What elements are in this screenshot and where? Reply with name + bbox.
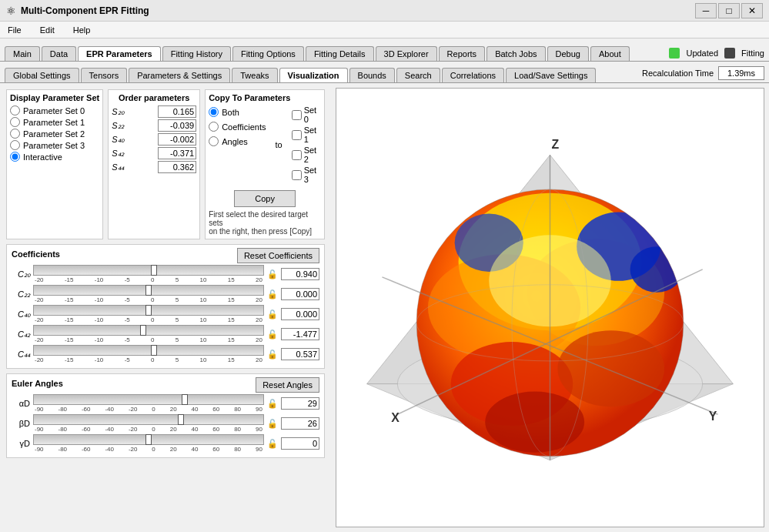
lock-alpha-icon[interactable]: 🔓 [267,399,278,409]
viz-svg: Z X Y [336,89,764,527]
radio-param-set-0[interactable]: Parameter Set 0 [10,105,99,115]
recalc-label: Recalculation Time [642,69,714,78]
order-s22-value[interactable] [158,119,196,132]
tab-fitting-options[interactable]: Fitting Options [232,46,304,61]
radio-param-set-3-label: Parameter Set 3 [23,141,85,150]
radio-interactive-input[interactable] [10,152,20,162]
copy-check-set3[interactable]: Set 3 [292,166,321,184]
euler-alpha-label: αD [12,399,30,408]
radio-param-set-3[interactable]: Parameter Set 3 [10,140,99,150]
euler-beta-value[interactable] [281,417,319,430]
reset-angles-button[interactable]: Reset Angles [256,377,319,393]
copy-radio-coefficients-input[interactable] [209,122,219,132]
copy-radio-both-input[interactable] [209,107,219,117]
copy-radio-both[interactable]: Both [209,107,266,117]
order-s44-value[interactable] [158,161,196,173]
close-button[interactable]: ✕ [741,3,763,18]
lock-beta-icon[interactable]: 🔓 [267,419,278,429]
order-s44-label: S₄₄ [112,162,129,172]
coeff-c44-slider[interactable] [33,345,264,356]
copy-check-set0-input[interactable] [292,110,302,120]
lock-c40-icon[interactable]: 🔓 [267,309,278,320]
copy-radio-angles[interactable]: Angles [209,136,266,146]
euler-beta-slider[interactable] [33,414,264,425]
menubar: File Edit Help [0,22,769,38]
tab-reports[interactable]: Reports [439,46,486,61]
tab-batch-jobs[interactable]: Batch Jobs [486,46,545,61]
copy-radio-coefficients[interactable]: Coefficients [209,122,266,132]
lock-gamma-icon[interactable]: 🔓 [267,439,278,449]
copy-check-set0[interactable]: Set 0 [292,105,321,124]
radio-param-set-3-input[interactable] [10,140,20,150]
coeff-c20-value[interactable] [281,268,319,280]
euler-alpha-value[interactable] [281,397,319,410]
coeff-c22-value[interactable] [281,288,319,300]
titlebar-controls[interactable]: ─ □ ✕ [695,3,763,18]
copy-btn-area: Copy [209,187,321,207]
euler-gamma-slider[interactable] [33,434,264,445]
maximize-button[interactable]: □ [718,3,740,18]
copy-check-set3-input[interactable] [292,170,302,180]
copy-check-set2-input[interactable] [292,150,302,160]
copy-check-set2[interactable]: Set 2 [292,146,321,164]
fitting-label: Fitting [741,49,764,58]
coeff-c40-scale: -20-15-10-505101520 [33,316,264,323]
reset-coefficients-button[interactable]: Reset Coefficients [237,248,319,263]
tab-debug[interactable]: Debug [547,46,589,61]
radio-param-set-1-input[interactable] [10,117,20,127]
radio-param-set-2[interactable]: Parameter Set 2 [10,129,99,139]
subtab-tensors[interactable]: Tensors [81,68,128,82]
tab-fitting-history[interactable]: Fitting History [162,46,231,61]
copy-angles-label: Angles [222,137,248,146]
coeff-c42-value[interactable] [281,328,319,340]
coeff-c42-scale: -20-15-10-505101520 [33,336,264,343]
subtab-global-settings[interactable]: Global Settings [5,68,79,82]
menu-file[interactable]: File [3,24,26,36]
menu-help[interactable]: Help [69,24,95,36]
coeff-c44-value[interactable] [281,348,319,360]
coeff-c20-slider[interactable] [33,265,264,276]
visualization-area[interactable]: Z X Y [336,88,764,527]
order-s40: S₄₀ [112,133,196,146]
order-s42-value[interactable] [158,147,196,159]
lock-c44-icon[interactable]: 🔓 [267,350,278,360]
coeff-c40-value[interactable] [281,308,319,320]
radio-param-set-2-input[interactable] [10,129,20,139]
copy-button[interactable]: Copy [234,190,296,207]
tab-data[interactable]: Data [42,46,76,61]
copy-check-set1[interactable]: Set 1 [292,125,321,144]
euler-gamma-value[interactable] [281,437,319,450]
minimize-button[interactable]: ─ [695,3,717,18]
subtab-correlations[interactable]: Correlations [442,68,504,82]
order-s20-value[interactable] [158,105,196,118]
order-s40-value[interactable] [158,133,196,146]
coeff-c22-row: C₂₂ -20-15-10-505101520 🔓 [12,285,319,303]
coeff-c40-slider[interactable] [33,305,264,316]
tab-about[interactable]: About [590,46,630,61]
tab-fitting-details[interactable]: Fitting Details [306,46,374,61]
subtab-visualization[interactable]: Visualization [279,68,348,82]
subtab-tweaks[interactable]: Tweaks [232,68,277,82]
radio-param-set-0-input[interactable] [10,105,20,115]
recalc-value[interactable] [718,66,764,80]
subtab-search[interactable]: Search [396,68,440,82]
lock-c20-icon[interactable]: 🔓 [267,269,278,279]
tab-3d-explorer[interactable]: 3D Explorer [376,46,437,61]
lock-c42-icon[interactable]: 🔓 [267,330,278,340]
tab-main[interactable]: Main [5,46,40,61]
app-title: Multi-Component EPR Fitting [21,5,149,16]
radio-param-set-1[interactable]: Parameter Set 1 [10,117,99,127]
copy-check-set1-input[interactable] [292,130,302,140]
lock-c22-icon[interactable]: 🔓 [267,289,278,299]
subtab-parameters-settings[interactable]: Parameters & Settings [129,68,230,82]
sub-tabs: Global Settings Tensors Parameters & Set… [5,68,596,82]
euler-alpha-slider[interactable] [33,394,264,405]
subtab-load-save[interactable]: Load/Save Settings [506,68,596,82]
subtab-bounds[interactable]: Bounds [349,68,395,82]
coeff-c42-slider[interactable] [33,325,264,336]
coeff-c22-slider[interactable] [33,285,264,296]
copy-radio-angles-input[interactable] [209,136,219,146]
tab-epr-parameters[interactable]: EPR Parameters [78,46,161,61]
menu-edit[interactable]: Edit [35,24,59,36]
radio-interactive[interactable]: Interactive [10,152,99,162]
